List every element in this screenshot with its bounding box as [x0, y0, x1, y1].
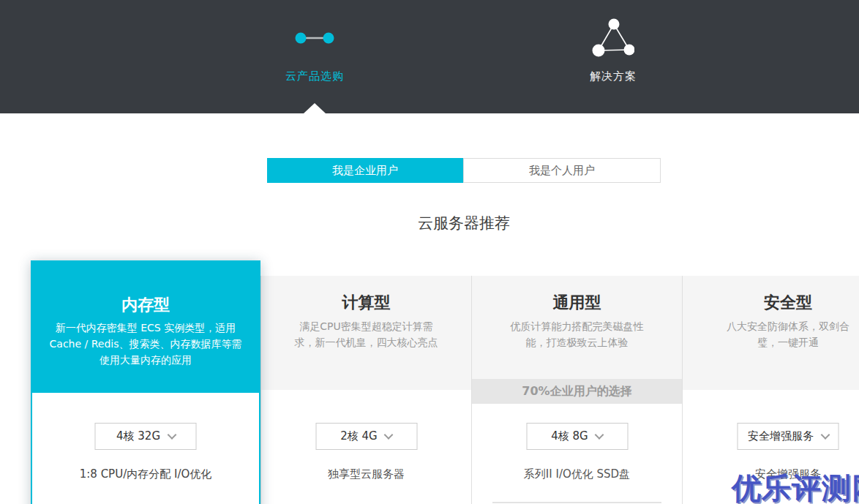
card-compute-type[interactable]: 计算型 满足CPU密集型超稳定计算需求，新一代机皇，四大核心亮点 2核 4G 独…	[260, 276, 472, 504]
section-divider	[492, 502, 661, 503]
spec-select-value: 安全增强服务	[748, 429, 814, 443]
top-navigation-bar: 云产品选购 解决方案	[0, 0, 859, 113]
tab-personal-user[interactable]: 我是个人用户	[463, 158, 661, 183]
triangle-network-icon	[533, 16, 694, 60]
card-description: 八大安全防御体系，双剑合璧，一键开通	[721, 318, 855, 350]
spec-select-general[interactable]: 4核 8G	[526, 423, 628, 450]
chevron-down-icon	[820, 430, 830, 440]
card-feature-text: 1:8 CPU/内存分配 I/O优化	[31, 467, 260, 481]
chevron-down-icon	[167, 430, 176, 440]
spec-select-value: 2核 4G	[340, 429, 377, 443]
card-general-type[interactable]: 通用型 优质计算能力搭配完美磁盘性能，打造极致云上体验 70%企业用户的选择 4…	[472, 276, 683, 504]
spec-select-memory[interactable]: 4核 32G	[95, 423, 197, 450]
nav-item-label: 解决方案	[533, 69, 694, 83]
user-type-tabs: 我是企业用户 我是个人用户	[267, 158, 661, 183]
card-description: 优质计算能力搭配完美磁盘性能，打造极致云上体验	[506, 318, 649, 350]
watermark: 优乐评测网	[732, 468, 859, 504]
card-title: 通用型	[472, 292, 682, 314]
page-title: 云服务器推荐	[267, 213, 661, 233]
card-description: 满足CPU密集型超稳定计算需求，新一代机皇，四大核心亮点	[294, 318, 439, 350]
chevron-down-icon	[384, 430, 394, 440]
spec-select-security[interactable]: 安全增强服务	[738, 423, 839, 450]
nav-item-label: 云产品选购	[234, 69, 395, 83]
page: 云产品选购 解决方案 我是企业用户 我是个人用户 云服务器推荐	[0, 0, 859, 504]
card-description: 新一代内存密集型 ECS 实例类型，适用 Cache / Redis、搜索类、内…	[49, 320, 242, 368]
card-feature-text: 独享型云服务器	[261, 467, 471, 481]
active-section-indicator-triangle	[304, 103, 326, 113]
popularity-banner: 70%企业用户的选择	[472, 379, 682, 404]
tab-enterprise-user[interactable]: 我是企业用户	[267, 158, 463, 183]
chevron-down-icon	[595, 430, 604, 440]
nav-item-solutions[interactable]: 解决方案	[533, 0, 694, 113]
card-feature-text: 系列II I/O优化 SSD盘	[472, 467, 682, 481]
card-memory-type-selected[interactable]: 内存型 新一代内存密集型 ECS 实例类型，适用 Cache / Redis、搜…	[31, 260, 260, 504]
spec-select-compute[interactable]: 2核 4G	[315, 423, 417, 450]
spec-select-value: 4核 32G	[116, 429, 160, 443]
card-title: 安全型	[683, 292, 859, 314]
nav-item-cloud-products[interactable]: 云产品选购	[234, 0, 395, 113]
spec-select-value: 4核 8G	[551, 429, 588, 443]
dot-link-icon	[234, 16, 395, 60]
card-title: 内存型	[31, 294, 260, 316]
card-title: 计算型	[261, 292, 471, 314]
